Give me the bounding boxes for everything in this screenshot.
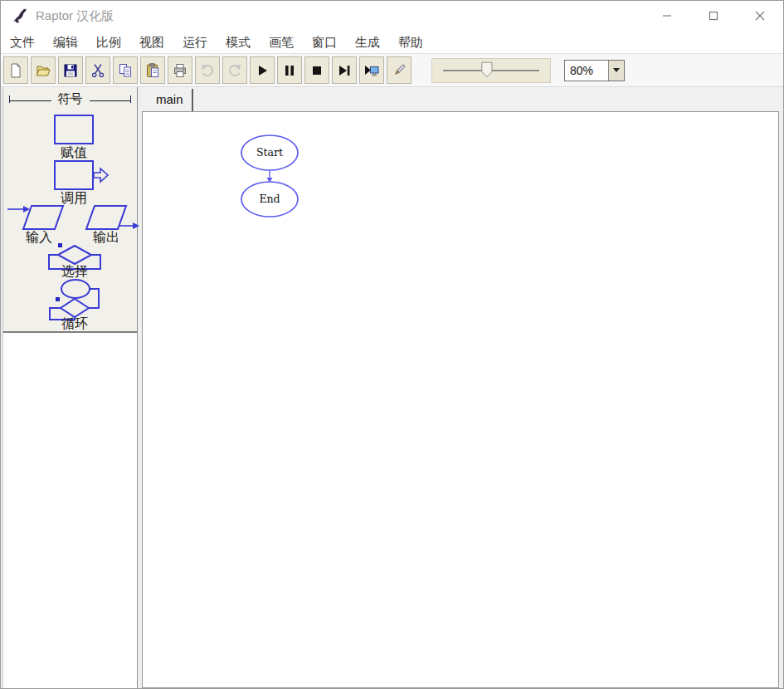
header-tick-right [130, 95, 131, 103]
symbol-call[interactable]: 调用 [46, 159, 101, 205]
zoom-value-field[interactable]: 80% [565, 61, 608, 81]
sidebar: 符号 赋值 调用 [2, 87, 138, 688]
menu-generate[interactable]: 生成 [346, 31, 389, 53]
new-file-button[interactable] [3, 56, 28, 84]
copy-icon [117, 62, 134, 79]
menu-bar: 文件 编辑 比例 视图 运行 模式 画笔 窗口 生成 帮助 [1, 31, 783, 54]
close-button[interactable] [737, 1, 783, 31]
assignment-shape-icon [46, 114, 101, 145]
app-window: Raptor 汉化版 文件 编辑 比例 视图 运行 模式 画笔 窗口 生成 帮助 [0, 0, 784, 689]
copy-button[interactable] [113, 56, 138, 84]
cut-scissors-icon [90, 62, 106, 79]
stop-icon [309, 62, 325, 79]
symbol-assignment[interactable]: 赋值 [46, 114, 101, 159]
stop-button[interactable] [304, 56, 329, 84]
pen-icon [391, 62, 407, 79]
watch-panel [2, 331, 138, 688]
title-bar: Raptor 汉化版 [1, 1, 783, 31]
speed-slider[interactable] [431, 58, 551, 83]
zoom-dropdown-button[interactable] [608, 61, 624, 81]
header-line-left [10, 100, 51, 101]
close-icon [755, 11, 765, 21]
menu-view[interactable]: 视图 [130, 31, 173, 53]
input-shape-icon [5, 203, 73, 232]
raptor-logo-icon [11, 7, 29, 25]
flowchart-diagram: Start End [239, 134, 305, 227]
menu-help[interactable]: 帮助 [389, 31, 432, 53]
toolbar: 80% [1, 54, 783, 87]
redo-icon [226, 62, 243, 79]
menu-pen[interactable]: 画笔 [260, 31, 303, 53]
minimize-icon [662, 11, 672, 21]
symbols-panel-header: 符号 [3, 87, 137, 109]
menu-edit[interactable]: 编辑 [44, 31, 87, 53]
symbol-assignment-label: 赋值 [46, 145, 101, 159]
call-shape-icon [46, 159, 110, 191]
chevron-down-icon [613, 68, 620, 72]
comment-pen-button[interactable] [387, 56, 411, 84]
new-file-icon [7, 62, 24, 79]
paste-clipboard-icon [144, 62, 161, 79]
undo-button[interactable] [195, 56, 220, 84]
header-line-right [90, 100, 131, 101]
run-to-end-button[interactable] [359, 56, 384, 84]
save-button[interactable] [58, 56, 83, 84]
step-button[interactable] [332, 56, 357, 84]
window-title: Raptor 汉化版 [36, 8, 114, 24]
symbols-panel: 符号 赋值 调用 [2, 87, 138, 331]
redo-button[interactable] [222, 56, 247, 84]
header-tick-left [9, 95, 10, 103]
play-button[interactable] [250, 56, 275, 84]
slider-thumb [482, 62, 492, 77]
open-file-button[interactable] [31, 56, 56, 84]
symbol-input[interactable]: 输入 [5, 203, 73, 244]
step-forward-icon [336, 62, 353, 79]
save-icon [62, 62, 79, 79]
menu-scale[interactable]: 比例 [87, 31, 130, 53]
pause-icon [281, 62, 298, 79]
tab-main[interactable]: main [148, 89, 193, 111]
maximize-icon [709, 11, 718, 21]
play-icon [254, 62, 270, 79]
flowchart-canvas[interactable]: Start End [142, 111, 779, 688]
paste-button[interactable] [140, 56, 165, 84]
menu-file[interactable]: 文件 [1, 31, 44, 53]
symbol-loop-label: 循环 [43, 316, 106, 330]
run-to-end-icon [363, 62, 380, 79]
menu-run[interactable]: 运行 [173, 31, 217, 53]
print-button[interactable] [168, 56, 192, 84]
symbol-selection[interactable]: 选择 [45, 242, 105, 278]
tab-strip: main [142, 87, 779, 111]
menu-mode[interactable]: 模式 [217, 31, 260, 53]
print-icon [172, 62, 188, 79]
end-node-label: End [259, 193, 280, 205]
content-area: 符号 赋值 调用 [1, 87, 783, 689]
main-area: main Start End [142, 87, 779, 688]
undo-icon [199, 62, 216, 79]
symbol-loop[interactable]: 循环 [43, 276, 106, 330]
symbol-output[interactable]: 输出 [80, 203, 143, 244]
minimize-button[interactable] [644, 1, 690, 31]
zoom-combo: 80% [564, 60, 625, 81]
pause-button[interactable] [277, 56, 302, 84]
cut-button[interactable] [85, 56, 110, 84]
start-node-label: Start [256, 146, 283, 159]
output-shape-icon [80, 203, 143, 232]
open-file-icon [35, 62, 51, 79]
maximize-button[interactable] [690, 1, 737, 31]
menu-window[interactable]: 窗口 [303, 31, 346, 53]
symbols-header-label: 符号 [58, 91, 83, 107]
window-controls [644, 1, 783, 31]
